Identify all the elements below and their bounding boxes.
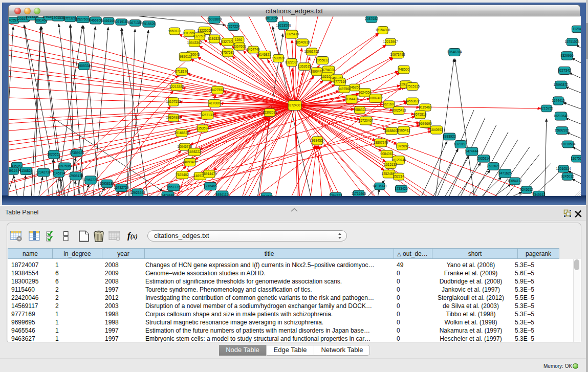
svg-text:10958187: 10958187 (100, 182, 115, 185)
svg-text:16782759: 16782759 (114, 186, 129, 189)
svg-text:7357224: 7357224 (227, 25, 240, 28)
svg-text:9115460: 9115460 (419, 105, 432, 109)
svg-text:10975867: 10975867 (58, 164, 73, 168)
svg-text:12923448: 12923448 (130, 191, 145, 194)
svg-text:1353594: 1353594 (196, 126, 209, 130)
svg-text:2020653: 2020653 (47, 152, 60, 156)
svg-text:3215955: 3215955 (540, 106, 553, 110)
svg-text:1244415: 1244415 (552, 99, 565, 102)
svg-text:10025433: 10025433 (391, 108, 406, 112)
svg-text:10654112: 10654112 (508, 179, 522, 183)
svg-text:417006: 417006 (209, 101, 220, 105)
svg-text:8427552: 8427552 (211, 88, 224, 92)
svg-text:6379197: 6379197 (454, 142, 467, 146)
svg-text:19854985: 19854985 (166, 116, 181, 119)
svg-text:2935114: 2935114 (477, 157, 490, 160)
svg-text:20364436: 20364436 (344, 97, 359, 101)
svg-text:1588520: 1588520 (272, 56, 285, 60)
svg-text:62160: 62160 (384, 102, 394, 106)
svg-text:1733426: 1733426 (395, 187, 408, 190)
svg-text:3267130: 3267130 (201, 113, 214, 117)
svg-text:10807487: 10807487 (368, 96, 383, 100)
svg-text:13226058: 13226058 (198, 29, 212, 32)
svg-text:9575814: 9575814 (413, 113, 427, 116)
svg-text:7955812: 7955812 (316, 58, 329, 62)
svg-text:12213967: 12213967 (383, 40, 398, 43)
svg-text:8186328: 8186328 (208, 37, 221, 40)
svg-text:16033809: 16033809 (207, 17, 222, 21)
svg-text:12213382: 12213382 (169, 85, 184, 89)
svg-text:2367608: 2367608 (233, 45, 246, 48)
svg-text:9699695: 9699695 (419, 122, 432, 125)
svg-text:25302035: 25302035 (263, 111, 277, 114)
svg-text:1112843: 1112843 (571, 27, 581, 31)
svg-text:989013: 989013 (180, 55, 191, 58)
svg-text:8471626: 8471626 (498, 171, 512, 175)
svg-text:10543362: 10543362 (187, 41, 202, 45)
svg-text:1698222: 1698222 (188, 150, 201, 154)
svg-text:18724007: 18724007 (288, 103, 302, 107)
svg-text:18807249: 18807249 (374, 141, 388, 144)
svg-text:9146821: 9146821 (258, 53, 271, 56)
svg-text:1716465: 1716465 (204, 184, 217, 188)
svg-text:9660123: 9660123 (168, 29, 181, 33)
svg-text:6497568: 6497568 (338, 87, 351, 91)
svg-text:19384554: 19384554 (310, 139, 325, 142)
svg-text:19166825: 19166825 (175, 131, 189, 135)
svg-text:7632621: 7632621 (487, 164, 500, 168)
svg-text:1640953: 1640953 (430, 128, 443, 132)
svg-text:9329966: 9329966 (560, 54, 574, 57)
svg-text:17359924: 17359924 (70, 151, 84, 155)
svg-text:9474448: 9474448 (161, 193, 175, 196)
svg-text:7625402: 7625402 (176, 173, 189, 177)
svg-text:1546: 1546 (235, 38, 243, 41)
svg-text:12093872: 12093872 (554, 83, 569, 86)
svg-text:2087682: 2087682 (365, 17, 378, 20)
svg-text:16107552: 16107552 (166, 100, 181, 103)
svg-text:39154: 39154 (9, 169, 17, 172)
svg-text:17957223: 17957223 (83, 178, 98, 182)
svg-text:8938923: 8938923 (443, 135, 456, 138)
svg-text:15692921: 15692921 (555, 128, 570, 132)
svg-text:14563627: 14563627 (405, 99, 420, 103)
svg-text:10973493: 10973493 (390, 53, 405, 56)
svg-text:1975692: 1975692 (396, 144, 409, 148)
svg-text:7264321: 7264321 (329, 194, 342, 196)
svg-text:1913639: 1913639 (260, 194, 273, 196)
svg-text:1527602: 1527602 (76, 17, 90, 21)
svg-text:2718176: 2718176 (175, 70, 188, 73)
svg-text:7986322: 7986322 (353, 108, 366, 112)
svg-text:9327508: 9327508 (221, 40, 234, 43)
svg-text:18914479: 18914479 (202, 172, 217, 176)
svg-text:252214: 252214 (393, 174, 404, 178)
svg-text:1156829: 1156829 (20, 169, 33, 172)
svg-text:14099489: 14099489 (183, 160, 198, 164)
svg-text:13325419: 13325419 (285, 32, 299, 36)
svg-text:9657771: 9657771 (167, 185, 180, 189)
svg-text:1145194: 1145194 (53, 171, 66, 175)
svg-text:9084067: 9084067 (380, 152, 394, 156)
svg-text:16154808: 16154808 (376, 28, 390, 32)
svg-text:8322037: 8322037 (285, 60, 298, 64)
svg-text:8936112: 8936112 (216, 193, 229, 196)
svg-text:18640910: 18640910 (295, 40, 310, 44)
svg-text:12010514: 12010514 (556, 167, 571, 170)
svg-text:10719185: 10719185 (114, 20, 129, 24)
svg-text:15720407: 15720407 (359, 119, 374, 122)
svg-text:6466160: 6466160 (102, 19, 115, 23)
svg-text:15751074: 15751074 (565, 40, 580, 43)
svg-text:10553287: 10553287 (63, 16, 78, 20)
svg-text:9245652: 9245652 (520, 188, 533, 191)
svg-text:17010504: 17010504 (561, 142, 576, 146)
svg-text:1362615: 1362615 (298, 64, 311, 68)
svg-text:1615132: 1615132 (384, 163, 397, 166)
svg-text:11716465: 11716465 (352, 192, 366, 195)
svg-text:9245012: 9245012 (561, 174, 574, 178)
svg-text:1965412: 1965412 (397, 128, 410, 132)
svg-text:3624554: 3624554 (358, 91, 372, 94)
svg-text:748500: 748500 (398, 68, 409, 71)
svg-text:2905334: 2905334 (77, 64, 91, 68)
svg-text:12905135: 12905135 (69, 174, 83, 178)
svg-text:14136141: 14136141 (373, 184, 387, 188)
svg-text:9327505: 9327505 (193, 34, 206, 38)
